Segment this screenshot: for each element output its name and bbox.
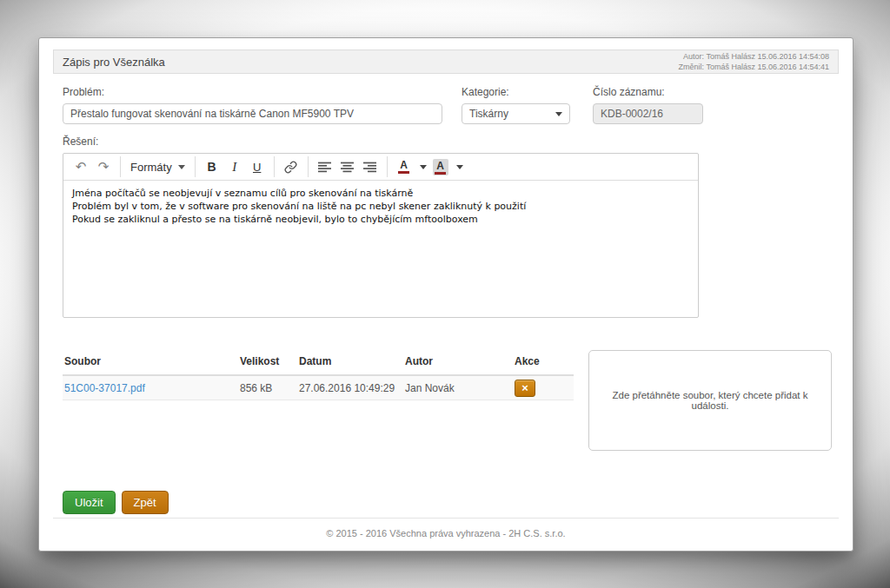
- column-header-size: Velikost: [240, 355, 299, 367]
- form-content: Problém: Kategorie: Tiskárny Číslo zázna…: [53, 74, 839, 518]
- undo-button[interactable]: ↶: [70, 156, 91, 177]
- table-header-row: Soubor Velikost Datum Autor Akce: [63, 350, 574, 376]
- align-left-icon: [318, 162, 331, 173]
- align-left-button[interactable]: [315, 156, 335, 177]
- panel-heading: Zápis pro Všeználka Autor: Tomáš Halász …: [53, 50, 839, 74]
- delete-x-icon: ×: [521, 382, 528, 393]
- page-background: Zápis pro Všeználka Autor: Tomáš Halász …: [0, 0, 890, 588]
- insert-link-button[interactable]: [281, 156, 302, 177]
- color-swatch: [435, 172, 446, 175]
- redo-icon: ↷: [98, 159, 110, 175]
- align-right-icon: [363, 162, 376, 173]
- app-window: Zápis pro Všeználka Autor: Tomáš Halász …: [38, 37, 853, 552]
- redo-button[interactable]: ↷: [93, 156, 114, 177]
- formats-dropdown[interactable]: Formáty: [127, 156, 189, 177]
- attachments-section: Soubor Velikost Datum Autor Akce 51C00-3…: [63, 350, 832, 451]
- record-number-input: [593, 103, 703, 124]
- save-button[interactable]: Uložit: [63, 491, 116, 514]
- background-color-button[interactable]: A: [430, 156, 451, 177]
- italic-button[interactable]: I: [224, 156, 245, 177]
- column-header-date: Datum: [299, 355, 405, 367]
- fields-row: Problém: Kategorie: Tiskárny Číslo zázna…: [63, 86, 839, 124]
- underline-button[interactable]: U: [247, 156, 268, 177]
- delete-attachment-button[interactable]: ×: [515, 380, 535, 397]
- attachment-size: 856 kB: [240, 382, 299, 394]
- undo-icon: ↶: [76, 159, 87, 175]
- toolbar-separator: [274, 156, 275, 177]
- editor-line: Pokud se zakliknul a přesto se na tiskár…: [72, 213, 689, 226]
- editor-line: Jména počítačů se neobjevují v seznamu c…: [72, 187, 689, 200]
- align-center-button[interactable]: [337, 156, 358, 177]
- page-title: Zápis pro Všeználka: [63, 56, 165, 69]
- align-center-icon: [341, 162, 354, 173]
- chevron-down-icon: [555, 112, 562, 116]
- action-buttons: Uložit Zpět: [63, 491, 839, 514]
- toolbar-separator: [308, 156, 309, 177]
- chevron-down-icon[interactable]: [456, 165, 463, 169]
- solution-section: Řešení: ↶ ↷ Formáty: [63, 135, 839, 318]
- text-color-button[interactable]: A: [394, 156, 415, 177]
- editor-toolbar: ↶ ↷ Formáty B I U: [63, 154, 698, 181]
- category-label: Kategorie:: [462, 86, 570, 98]
- toolbar-separator: [387, 156, 388, 177]
- problem-input[interactable]: [63, 103, 442, 124]
- category-selected-value: Tiskárny: [469, 108, 508, 120]
- attachment-file-link[interactable]: 51C00-37017.pdf: [64, 382, 145, 394]
- problem-field-group: Problém:: [63, 86, 442, 124]
- record-number-field-group: Číslo záznamu:: [593, 86, 703, 124]
- align-right-button[interactable]: [360, 156, 381, 177]
- footer: © 2015 - 2016 Všechna práva vyhrazena - …: [53, 518, 839, 551]
- category-field-group: Kategorie: Tiskárny: [462, 86, 570, 124]
- background-color-icon: A: [433, 159, 448, 175]
- column-header-file: Soubor: [64, 355, 240, 367]
- attachment-date: 27.06.2016 10:49:29: [299, 382, 405, 394]
- toolbar-separator: [120, 156, 121, 177]
- copyright-text: © 2015 - 2016 Všechna práva vyhrazena - …: [326, 528, 565, 538]
- table-row: 51C00-37017.pdf 856 kB 27.06.2016 10:49:…: [63, 376, 574, 400]
- rich-text-editor: ↶ ↷ Formáty B I U: [63, 153, 699, 318]
- link-icon: [284, 161, 297, 174]
- bold-button[interactable]: B: [202, 156, 222, 177]
- attachments-table: Soubor Velikost Datum Autor Akce 51C00-3…: [63, 350, 574, 400]
- record-number-label: Číslo záznamu:: [593, 86, 703, 98]
- text-color-icon: A: [396, 160, 412, 174]
- column-header-action: Akce: [515, 355, 575, 367]
- toolbar-separator: [195, 156, 196, 177]
- formats-label: Formáty: [130, 161, 172, 174]
- problem-label: Problém:: [63, 86, 442, 98]
- color-swatch: [398, 171, 409, 174]
- column-header-author: Autor: [405, 355, 515, 367]
- editor-content[interactable]: Jména počítačů se neobjevují v seznamu c…: [63, 181, 698, 317]
- record-meta: Autor: Tomáš Halász 15.06.2016 14:54:08 …: [679, 51, 829, 72]
- dropzone-text: Zde přetáhněte soubor, který chcete přid…: [603, 390, 817, 411]
- chevron-down-icon[interactable]: [420, 165, 427, 169]
- attachment-author: Jan Novák: [405, 382, 515, 394]
- back-button[interactable]: Zpět: [122, 491, 169, 514]
- chevron-down-icon: [178, 165, 185, 169]
- file-dropzone[interactable]: Zde přetáhněte soubor, který chcete přid…: [588, 350, 832, 451]
- solution-label: Řešení:: [63, 135, 839, 148]
- editor-line: Problém byl v tom, že v software pro ske…: [72, 200, 689, 213]
- category-select[interactable]: Tiskárny: [462, 103, 570, 124]
- author-line: Autor: Tomáš Halász 15.06.2016 14:54:08: [679, 51, 829, 62]
- modified-line: Změnil: Tomáš Halász 15.06.2016 14:54:41: [679, 62, 829, 72]
